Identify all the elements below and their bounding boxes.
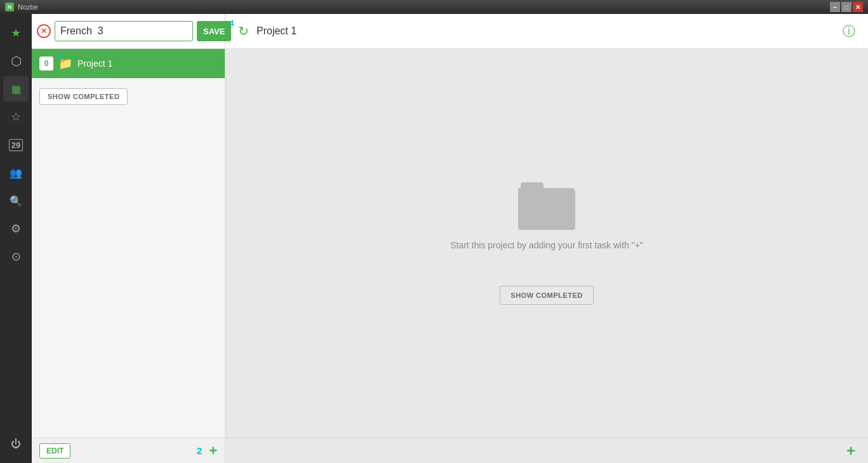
empty-state-message: Start this project by adding your first …: [450, 240, 643, 250]
sidebar: ★ ⬡ ▦ ☆ 29 👥 🔍 ⚙ ⊙ ⏻: [0, 14, 32, 463]
show-completed-main-button[interactable]: SHOW COMPLETED: [500, 286, 593, 305]
account-icon: ⊙: [11, 250, 21, 264]
sidebar-item-starred[interactable]: ☆: [3, 104, 29, 130]
main-title: Project 1: [257, 25, 297, 37]
search-clear-button[interactable]: ✕: [37, 24, 51, 38]
main-footer: +: [225, 438, 868, 463]
main-content: ↻ Project 1 ⓘ Start this project by addi…: [225, 14, 868, 463]
sidebar-item-logout[interactable]: ⏻: [3, 431, 29, 457]
app-icon: N: [5, 3, 14, 11]
sidebar-item-team[interactable]: 👥: [3, 160, 29, 185]
plus-icon: +: [209, 443, 217, 459]
sidebar-item-settings[interactable]: ⚙: [3, 216, 29, 241]
inbox-icon: ⬡: [11, 53, 22, 69]
team-icon: 👥: [10, 167, 22, 179]
info-icon[interactable]: ⓘ: [843, 23, 855, 40]
sidebar-item-inbox[interactable]: ⬡: [3, 48, 29, 74]
sidebar-bottom: ⏻: [3, 431, 29, 457]
calendar-icon: 29: [9, 139, 23, 151]
starred-icon: ☆: [11, 110, 21, 124]
panel-add-badge: 2: [197, 445, 202, 456]
project-name: Project 1: [77, 58, 112, 69]
folder-body: [518, 188, 575, 230]
power-icon: ⏻: [11, 438, 21, 450]
settings-icon: ⚙: [11, 222, 21, 236]
add-task-button[interactable]: +: [846, 443, 855, 459]
home-icon: ★: [11, 26, 21, 40]
add-project-button[interactable]: +: [209, 444, 217, 458]
sidebar-item-search[interactable]: 🔍: [3, 188, 29, 213]
sidebar-item-account[interactable]: ⊙: [3, 244, 29, 269]
panel-badge-1: 1: [58, 51, 63, 62]
main-header-left: ↻ Project 1: [238, 23, 297, 39]
panel-header: ✕ SAVE 4: [32, 14, 225, 49]
maximize-button[interactable]: □: [841, 2, 851, 12]
empty-folder-illustration: [518, 182, 575, 230]
search-input[interactable]: [55, 21, 193, 41]
project-count-badge: 0: [39, 57, 53, 70]
show-completed-panel-button[interactable]: SHOW COMPLETED: [39, 88, 128, 105]
close-button[interactable]: ✕: [853, 2, 863, 12]
sidebar-item-home[interactable]: ★: [3, 20, 29, 46]
minimize-button[interactable]: –: [830, 2, 840, 12]
title-bar-left: N Nozbe: [5, 3, 38, 11]
search-icon: 🔍: [10, 195, 22, 207]
panel: ✕ SAVE 4 1 0 📁 Project 1 SHOW COMPLETED …: [32, 14, 225, 463]
main-body-empty: Start this project by adding your first …: [225, 49, 868, 438]
sidebar-item-projects[interactable]: ▦: [3, 76, 29, 102]
projects-icon: ▦: [11, 83, 21, 95]
refresh-icon[interactable]: ↻: [238, 23, 249, 39]
save-button[interactable]: SAVE 4: [197, 21, 231, 41]
main-header: ↻ Project 1 ⓘ: [225, 14, 868, 49]
title-bar: N Nozbe – □ ✕: [0, 0, 868, 14]
save-badge: 4: [229, 18, 234, 28]
save-label: SAVE: [203, 27, 225, 36]
app-title: Nozbe: [18, 3, 38, 11]
add-task-icon: +: [846, 442, 855, 459]
title-bar-controls: – □ ✕: [830, 2, 863, 12]
panel-footer: EDIT 2 +: [32, 438, 225, 463]
sidebar-item-calendar[interactable]: 29: [3, 132, 29, 158]
edit-button[interactable]: EDIT: [39, 443, 70, 459]
panel-content: SHOW COMPLETED: [32, 78, 225, 438]
app-body: ★ ⬡ ▦ ☆ 29 👥 🔍 ⚙ ⊙ ⏻: [0, 14, 868, 463]
